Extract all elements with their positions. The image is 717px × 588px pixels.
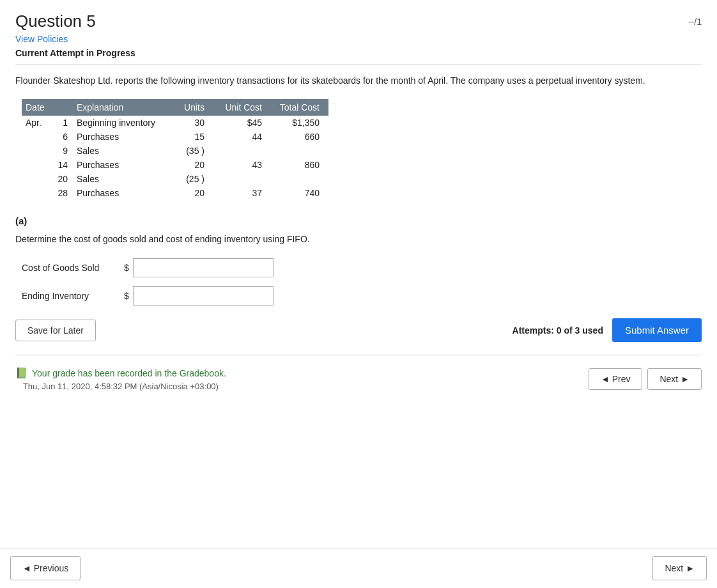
grade-recorded-text: 📗 Your grade has been recorded in the Gr…	[15, 367, 226, 379]
header-unit-cost: Unit Cost	[213, 99, 271, 116]
ending-inventory-label: Ending Inventory	[22, 291, 124, 301]
ending-inventory-row: Ending Inventory $	[22, 286, 702, 306]
cost-of-goods-sold-label: Cost of Goods Sold	[22, 263, 124, 273]
cell-units: 20	[175, 158, 213, 172]
cell-explanation: Sales	[73, 144, 175, 158]
cell-date: Apr.	[22, 116, 54, 130]
submit-answer-button[interactable]: Submit Answer	[612, 318, 702, 342]
header-units: Units	[175, 99, 213, 116]
bottom-next-button[interactable]: Next ►	[652, 556, 707, 580]
problem-text: Flounder Skateshop Ltd. reports the foll…	[15, 74, 702, 88]
table-row: Apr.1Beginning inventory30$45$1,350	[22, 116, 328, 130]
table-row: 6Purchases1544660	[22, 130, 328, 144]
cell-total-cost	[271, 144, 328, 158]
cell-units: 20	[175, 186, 213, 200]
cost-of-goods-sold-input[interactable]	[133, 258, 274, 277]
ending-inventory-input[interactable]	[133, 286, 274, 306]
cell-explanation: Sales	[73, 172, 175, 186]
cell-date	[22, 130, 54, 144]
cell-unit-cost: 44	[213, 130, 271, 144]
cell-total-cost: 860	[271, 158, 328, 172]
inventory-table: Date Explanation Units Unit Cost Total C…	[22, 99, 328, 200]
cell-units: 15	[175, 130, 213, 144]
cell-units: (35 )	[175, 144, 213, 158]
cost-of-goods-sold-row: Cost of Goods Sold $	[22, 258, 702, 277]
table-row: 14Purchases2043860	[22, 158, 328, 172]
cell-explanation: Purchases	[73, 130, 175, 144]
prev-button[interactable]: ◄ Prev	[589, 368, 643, 390]
ending-inventory-dollar: $	[124, 291, 129, 301]
actions-row: Save for Later Attempts: 0 of 3 used Sub…	[15, 318, 702, 355]
cell-day: 9	[54, 144, 73, 158]
header-day	[54, 99, 73, 116]
cell-unit-cost: 43	[213, 158, 271, 172]
cell-unit-cost	[213, 144, 271, 158]
cell-total-cost: 740	[271, 186, 328, 200]
table-row: 9Sales(35 )	[22, 144, 328, 158]
cell-day: 28	[54, 186, 73, 200]
cell-explanation: Purchases	[73, 186, 175, 200]
cell-unit-cost: 37	[213, 186, 271, 200]
table-row: 28Purchases2037740	[22, 186, 328, 200]
right-actions: Attempts: 0 of 3 used Submit Answer	[513, 318, 702, 342]
cell-total-cost	[271, 172, 328, 186]
attempt-status: Current Attempt in Progress	[15, 48, 702, 58]
cost-of-goods-sold-dollar: $	[124, 263, 129, 273]
save-later-button[interactable]: Save for Later	[15, 320, 96, 341]
bottom-previous-button[interactable]: ◄ Previous	[10, 556, 81, 580]
cell-day: 1	[54, 116, 73, 130]
header-explanation: Explanation	[73, 99, 175, 116]
cell-unit-cost	[213, 172, 271, 186]
cell-explanation: Beginning inventory	[73, 116, 175, 130]
grade-section: 📗 Your grade has been recorded in the Gr…	[0, 355, 717, 403]
cell-day: 6	[54, 130, 73, 144]
view-policies-link[interactable]: View Policies	[15, 34, 702, 44]
part-a-instruction: Determine the cost of goods sold and cos…	[15, 234, 702, 244]
cell-explanation: Purchases	[73, 158, 175, 172]
header-total-cost: Total Cost	[271, 99, 328, 116]
top-divider	[15, 65, 702, 65]
grade-info: 📗 Your grade has been recorded in the Gr…	[15, 367, 226, 391]
cell-unit-cost: $45	[213, 116, 271, 130]
cell-date	[22, 172, 54, 186]
cell-day: 20	[54, 172, 73, 186]
score-display: --/1	[688, 12, 702, 27]
question-title: Question 5	[15, 12, 96, 31]
table-row: 20Sales(25 )	[22, 172, 328, 186]
bottom-nav: ◄ Previous Next ►	[0, 548, 717, 588]
part-a-label: (a)	[15, 215, 702, 226]
cell-units: 30	[175, 116, 213, 130]
attempts-text: Attempts: 0 of 3 used	[513, 325, 603, 336]
header-date: Date	[22, 99, 54, 116]
cell-day: 14	[54, 158, 73, 172]
cell-date	[22, 158, 54, 172]
cell-total-cost: $1,350	[271, 116, 328, 130]
grade-timestamp: Thu, Jun 11, 2020, 4:58:32 PM (Asia/Nico…	[15, 382, 226, 391]
cell-units: (25 )	[175, 172, 213, 186]
cell-date	[22, 144, 54, 158]
grade-nav-buttons: ◄ Prev Next ►	[589, 368, 702, 390]
cell-date	[22, 186, 54, 200]
next-button[interactable]: Next ►	[647, 368, 702, 390]
cell-total-cost: 660	[271, 130, 328, 144]
gradebook-icon: 📗	[15, 367, 28, 379]
